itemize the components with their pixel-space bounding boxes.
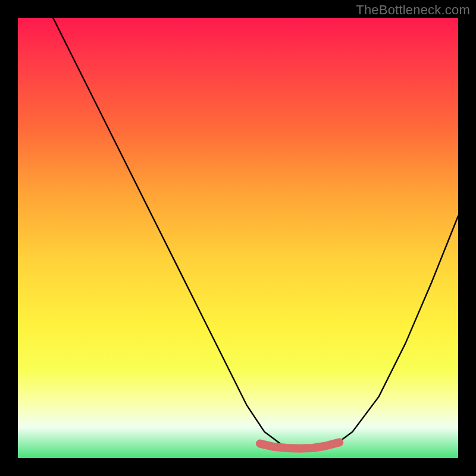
watermark-text: TheBottleneck.com	[356, 2, 470, 18]
bottleneck-curve-path	[53, 18, 458, 449]
plot-area	[18, 18, 458, 458]
curve-svg	[18, 18, 458, 458]
floor-segment-path	[260, 442, 339, 448]
chart-frame: TheBottleneck.com	[0, 0, 476, 476]
